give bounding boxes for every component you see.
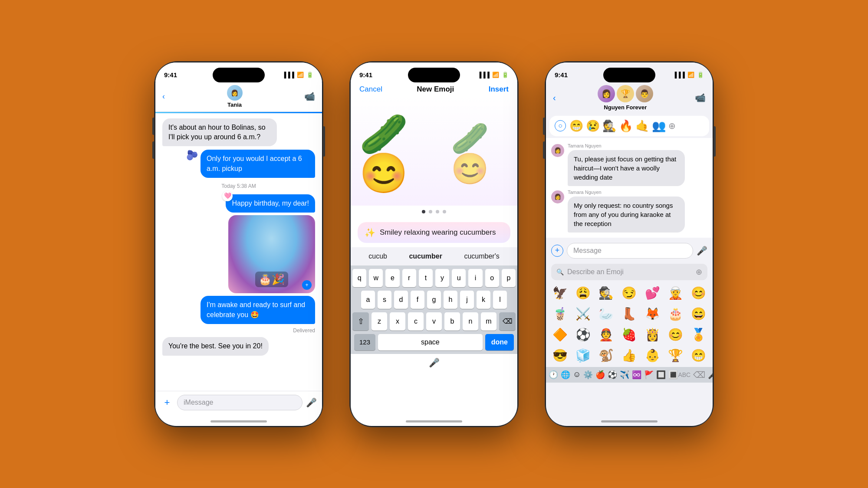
- key-f[interactable]: f: [411, 291, 424, 309]
- key-e[interactable]: e: [385, 269, 399, 287]
- key-u[interactable]: u: [452, 269, 466, 287]
- recent-emoji-6[interactable]: 👥: [652, 119, 666, 133]
- mic-button-3[interactable]: 🎤: [697, 246, 707, 256]
- key-c[interactable]: c: [408, 312, 424, 331]
- cat-smiley[interactable]: ☺️: [573, 370, 581, 380]
- key-p[interactable]: p: [502, 269, 516, 287]
- key-z[interactable]: z: [372, 312, 387, 331]
- emoji-grid-17[interactable]: 👲: [595, 325, 617, 344]
- cat-travel[interactable]: ✈️: [620, 370, 629, 380]
- space-key[interactable]: space: [378, 334, 483, 350]
- abc-label[interactable]: ABC: [678, 371, 690, 378]
- cat-symbols[interactable]: ♾️: [632, 370, 641, 380]
- autocomplete-3[interactable]: cucumber's: [460, 251, 503, 262]
- key-m[interactable]: m: [481, 312, 496, 331]
- emoji-grid-25[interactable]: 👍: [618, 346, 640, 365]
- key-t[interactable]: t: [419, 269, 433, 287]
- key-r[interactable]: r: [402, 269, 416, 287]
- emoji-search-action[interactable]: ⊕: [696, 267, 702, 277]
- autocomplete-2[interactable]: cucumber: [404, 251, 446, 262]
- cat-activity[interactable]: ⚽: [608, 370, 617, 380]
- key-x[interactable]: x: [390, 312, 405, 331]
- emoji-grid-6[interactable]: 🧝: [665, 284, 686, 303]
- back-button-3[interactable]: ‹: [553, 93, 556, 103]
- video-button-3[interactable]: 📹: [695, 92, 706, 103]
- key-b[interactable]: b: [444, 312, 460, 331]
- emoji-grid-24[interactable]: 🐒: [595, 346, 617, 365]
- recent-emoji-1[interactable]: 😁: [569, 119, 583, 133]
- emoji-grid-14[interactable]: 😄: [688, 305, 709, 324]
- message-1: It's about an hour to Bolinas, so I'll p…: [162, 118, 277, 147]
- emoji-grid-15[interactable]: 🔶: [549, 325, 571, 344]
- emoji-grid-21[interactable]: 🏅: [688, 325, 709, 344]
- key-s[interactable]: s: [378, 291, 391, 309]
- emoji-grid-4[interactable]: 😏: [618, 284, 640, 303]
- recent-emoji-5[interactable]: 🤙: [635, 119, 649, 133]
- emoji-grid-5[interactable]: 💕: [642, 284, 663, 303]
- add-button-1[interactable]: +: [161, 396, 174, 409]
- key-a[interactable]: a: [361, 291, 375, 309]
- emoji-grid-7[interactable]: 😊: [688, 284, 709, 303]
- emoji-grid-16[interactable]: ⚽: [572, 325, 594, 344]
- shift-key[interactable]: ⇧: [352, 312, 369, 331]
- emoji-grid-3[interactable]: 🕵️: [595, 284, 617, 303]
- key-i[interactable]: i: [468, 269, 482, 287]
- num-key[interactable]: 123: [354, 334, 375, 350]
- key-q[interactable]: q: [352, 269, 366, 287]
- cat-flags[interactable]: 🚩: [644, 370, 654, 380]
- emoji-grid-2[interactable]: 😩: [572, 284, 594, 303]
- cat-extra2[interactable]: 🔳: [668, 370, 678, 380]
- more-emojis-icon[interactable]: ⊕: [668, 121, 676, 131]
- emoji-search-bar[interactable]: 🔍 Describe an Emoji ⊕: [551, 264, 707, 280]
- key-d[interactable]: d: [394, 291, 408, 309]
- emoji-grid-19[interactable]: 👸: [642, 325, 663, 344]
- key-k[interactable]: k: [477, 291, 490, 309]
- emoji-grid-1[interactable]: 🦅: [549, 284, 571, 303]
- autocomplete-1[interactable]: cucub: [364, 251, 391, 262]
- message-input-3[interactable]: Message: [567, 243, 693, 259]
- cat-objects[interactable]: ⚙️: [583, 370, 593, 380]
- cat-globe[interactable]: 🌐: [561, 370, 570, 380]
- mic-emoji-icon[interactable]: 🎤: [708, 370, 713, 380]
- emoji-grid-11[interactable]: 👢: [618, 305, 640, 324]
- mic-button-2[interactable]: 🎤: [429, 357, 440, 368]
- recent-emoji-3[interactable]: 🕵️: [602, 119, 616, 133]
- emoji-grid-26[interactable]: 👶: [642, 346, 663, 365]
- mic-button-1[interactable]: 🎤: [306, 397, 317, 408]
- back-button-1[interactable]: ‹: [162, 92, 165, 101]
- emoji-grid-8[interactable]: 🧋: [549, 305, 571, 324]
- key-o[interactable]: o: [485, 269, 499, 287]
- emoji-grid-13[interactable]: 🎂: [665, 305, 686, 324]
- key-y[interactable]: y: [435, 269, 449, 287]
- message-input-1[interactable]: iMessage: [177, 395, 302, 410]
- cat-food[interactable]: 🍎: [595, 370, 605, 380]
- emoji-grid-28[interactable]: 😁: [688, 346, 709, 365]
- emoji-grid-10[interactable]: 🦢: [595, 305, 617, 324]
- emoji-grid-27[interactable]: 🏆: [665, 346, 686, 365]
- cat-extra[interactable]: 🔲: [656, 370, 666, 380]
- emoji-description-bar[interactable]: ✨ Smiley relaxing wearing cucumbers: [358, 222, 510, 243]
- key-g[interactable]: g: [427, 291, 441, 309]
- key-w[interactable]: w: [369, 269, 383, 287]
- key-h[interactable]: h: [444, 291, 457, 309]
- cat-clock[interactable]: 🕐: [549, 370, 558, 380]
- emoji-grid-22[interactable]: 😎: [549, 346, 571, 365]
- key-n[interactable]: n: [463, 312, 478, 331]
- delete-key[interactable]: ⌫: [499, 312, 516, 331]
- cancel-button[interactable]: Cancel: [359, 85, 382, 94]
- key-j[interactable]: j: [460, 291, 474, 309]
- delete-emoji-icon[interactable]: ⌫: [693, 370, 705, 380]
- insert-button[interactable]: Insert: [489, 85, 509, 94]
- recent-emoji-2[interactable]: 😢: [586, 119, 600, 133]
- add-button-3[interactable]: +: [551, 245, 563, 257]
- emoji-grid-9[interactable]: ⚔️: [572, 305, 594, 324]
- emoji-grid-18[interactable]: 🍓: [618, 325, 640, 344]
- done-key[interactable]: done: [485, 334, 514, 350]
- emoji-grid-23[interactable]: 🧊: [572, 346, 594, 365]
- video-button-1[interactable]: 📹: [304, 91, 315, 102]
- recent-emoji-4[interactable]: 🔥: [619, 119, 633, 133]
- key-l[interactable]: l: [493, 291, 507, 309]
- emoji-grid-12[interactable]: 🦊: [642, 305, 663, 324]
- key-v[interactable]: v: [426, 312, 442, 331]
- emoji-grid-20[interactable]: 😊: [665, 325, 686, 344]
